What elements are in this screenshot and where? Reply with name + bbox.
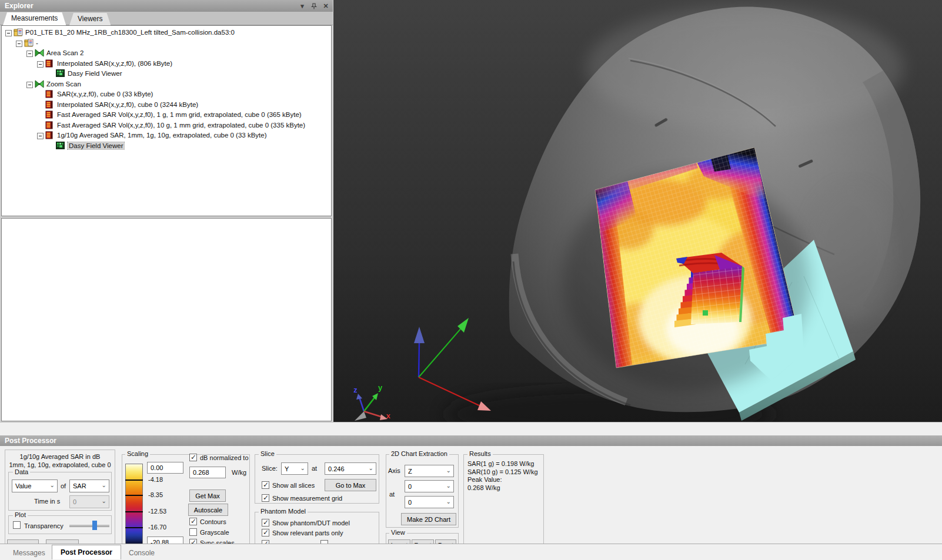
z-axis-label: z [353,385,358,394]
data-of-dropdown[interactable]: SAR⌄ [69,479,109,492]
tree-item-label[interactable]: Interpolated SAR(x,y,z,f0), cube 0 (3244… [57,101,198,108]
data-icon [45,100,55,109]
viewer-icon [56,142,65,150]
slice-axis-label: Slice: [262,465,278,472]
tree-row[interactable]: P01_LTE B1_20 MHz_1RB_ch18300_Left tilte… [2,28,331,38]
scan-icon [35,80,44,88]
chevron-down-icon: ⌄ [102,482,106,488]
show-all-slices-label: Show all slices [272,482,315,489]
make-2d-chart-button[interactable]: Make 2D Chart [401,513,456,525]
transparency-checkbox[interactable] [13,521,21,529]
tree-item-label[interactable]: SAR(x,y,z,f0), cube 0 (33 kByte) [57,90,153,98]
dataset-title: 1g/10g Averaged SAR in dB [5,453,115,460]
chevron-down-icon: ⌄ [446,467,451,474]
slice-group-label: Slice [259,450,276,457]
close-icon[interactable]: ✕ [322,2,329,9]
tab-measurements[interactable]: Measurements [3,12,66,25]
scale-tick-label: -4.18 [148,476,163,483]
tree-expander-icon[interactable] [37,133,44,139]
chart-at-label: at [389,491,395,498]
scale-tick-label: -12.53 [148,508,166,515]
pin-icon[interactable] [310,2,318,9]
tree-row[interactable]: Interpolated SAR(x,y,z,f0), cube 0 (3244… [2,100,331,110]
tree-expander-icon[interactable] [5,30,12,36]
grayscale-label: Grayscale [200,529,229,536]
show-phantom-label: Show phantom/DUT model [272,519,350,527]
show-phantom-checkbox[interactable] [262,519,269,527]
tab-viewers[interactable]: Viewers [69,13,111,25]
viewport-3d[interactable]: z y x [333,0,942,422]
contour-line [125,495,143,496]
tree-expander-icon[interactable] [37,61,44,68]
normalize-value-input[interactable]: 0.268 [189,467,226,478]
tree-item-label[interactable]: 1g/10g Averaged SAR, 1mm, 1g, 10g, extra… [57,132,267,139]
tree-row[interactable]: SAR(x,y,z,f0), cube 0 (33 kByte) [2,89,331,99]
contours-checkbox[interactable] [189,518,197,525]
chevron-down-icon: ⌄ [102,498,106,504]
explorer-panel: Explorer ▾ ✕ Measurements Viewers P01_LT… [0,0,333,422]
tree-expander-icon[interactable] [26,51,33,57]
data-icon [45,110,55,119]
of-label: of [61,482,66,489]
tree-item-label[interactable]: Zoom Scan [46,81,81,88]
data-value-dropdown[interactable]: Value⌄ [12,479,58,492]
phantom-group [255,512,379,544]
results-group-label: Results [467,450,493,457]
tree-row[interactable]: Area Scan 2 [2,48,331,58]
tree-row[interactable]: Zoom Scan [2,79,331,89]
tree-item-label[interactable]: Area Scan 2 [46,49,83,56]
tree-item-label[interactable]: Fast Averaged SAR Vol(x,y,z,f0), 1 g, 1 … [57,111,302,118]
tree-row[interactable]: - [2,38,331,48]
tree-item-label[interactable]: Fast Averaged SAR Vol(x,y,z,f0), 10 g, 1… [57,122,305,129]
file-icon [14,28,23,36]
show-grid-label: Show measurement grid [272,495,342,502]
chart2d-group-label: 2D Chart Extraction [389,450,449,457]
grayscale-checkbox[interactable] [189,528,197,536]
data-icon [45,90,55,98]
bottom-tab-bar: MessagesPost ProcessorConsole [0,544,942,560]
at1-dropdown[interactable]: 0⌄ [405,480,454,492]
tree-row[interactable]: Dasy Field Viewer [2,141,331,151]
slice-position-dropdown[interactable]: 0.246⌄ [325,462,376,475]
data-group-label: Data [13,468,30,475]
slice-axis-dropdown[interactable]: Y⌄ [281,462,308,475]
panel-dropdown-icon[interactable]: ▾ [299,2,306,9]
post-processor-panel: Post Processor 1g/10g Averaged SAR in dB… [0,422,942,544]
explorer-tab-strip: Measurements Viewers [0,12,333,25]
bottom-tab-console[interactable]: Console [121,546,163,560]
bottom-tab-messages[interactable]: Messages [5,546,54,560]
get-max-button[interactable]: Get Max [189,489,226,502]
db-normalized-checkbox[interactable] [189,454,197,461]
tree-row[interactable]: 1g/10g Averaged SAR, 1mm, 1g, 10g, extra… [2,130,331,140]
show-all-slices-checkbox[interactable] [262,481,269,489]
relevant-parts-checkbox[interactable] [262,529,269,536]
axis-dropdown[interactable]: Z⌄ [405,465,454,477]
tree-row[interactable]: Fast Averaged SAR Vol(x,y,z,f0), 1 g, 1 … [2,110,331,120]
tree-item-label[interactable]: P01_LTE B1_20 MHz_1RB_ch18300_Left tilte… [25,29,235,36]
transparency-label: Transparency [24,522,64,529]
tree-expander-icon[interactable] [16,41,22,47]
tree-item-label[interactable]: Interpolated SAR(x,y,z,f0), (806 kByte) [57,60,172,67]
tree-row[interactable]: Dasy Field Viewer [2,69,331,79]
at2-dropdown[interactable]: 0⌄ [405,496,454,508]
tree-row[interactable]: Interpolated SAR(x,y,z,f0), (806 kByte) [2,59,331,69]
show-grid-checkbox[interactable] [262,494,269,502]
scale-max-input[interactable]: 0.00 [147,462,183,474]
slider-thumb[interactable] [92,521,97,530]
tree-row[interactable]: Fast Averaged SAR Vol(x,y,z,f0), 10 g, 1… [2,120,331,130]
tree-item-label[interactable]: - [36,39,38,46]
chevron-down-icon: ⌄ [300,465,305,471]
bottom-tab-post-processor[interactable]: Post Processor [52,545,121,559]
data-icon [45,59,55,68]
color-scale-bar [125,464,143,544]
goto-max-button[interactable]: Go to Max [325,479,376,491]
transparency-slider[interactable] [69,525,109,527]
autoscale-button[interactable]: Autoscale [188,504,228,516]
tree-expander-icon[interactable] [26,82,33,88]
tree-item-label[interactable]: Dasy Field Viewer [68,70,122,77]
result-line: SAR(1 g) = 0.198 W/kg [467,460,542,467]
zoom-scan-cube [674,253,744,327]
x-axis-label: x [386,411,391,420]
tree-item-label[interactable]: Dasy Field Viewer [68,142,124,149]
result-line: Peak Value: [467,476,542,483]
